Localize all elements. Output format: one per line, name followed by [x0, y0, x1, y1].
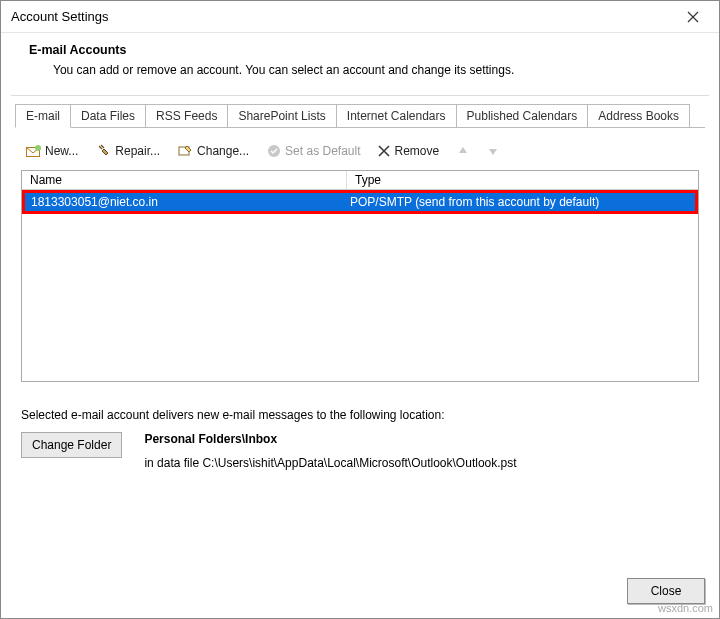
watermark: wsxdn.com [658, 602, 713, 614]
table-body: 1813303051@niet.co.in POP/SMTP (send fro… [22, 190, 698, 381]
repair-button[interactable]: Repair... [91, 140, 165, 162]
set-default-button: Set as Default [262, 140, 365, 162]
delivery-path: in data file C:\Users\ishit\AppData\Loca… [144, 456, 516, 470]
header: E-mail Accounts You can add or remove an… [1, 33, 719, 91]
arrow-down-icon [487, 145, 499, 157]
delivery-text: Selected e-mail account delivers new e-m… [21, 408, 699, 422]
button-label: Repair... [115, 144, 160, 158]
footer: Close [1, 570, 719, 618]
column-header-type[interactable]: Type [347, 171, 698, 189]
tab-label: RSS Feeds [156, 109, 217, 123]
header-heading: E-mail Accounts [29, 43, 703, 57]
tab-internet-calendars[interactable]: Internet Calendars [336, 104, 457, 128]
tab-rss-feeds[interactable]: RSS Feeds [145, 104, 228, 128]
tab-label: Address Books [598, 109, 679, 123]
header-subtext: You can add or remove an account. You ca… [53, 63, 703, 77]
tab-published-calendars[interactable]: Published Calendars [456, 104, 589, 128]
folder-info: Personal Folders\Inbox in data file C:\U… [144, 432, 516, 470]
check-circle-icon [267, 144, 281, 158]
move-down-button [482, 141, 504, 161]
account-settings-window: Account Settings E-mail Accounts You can… [0, 0, 720, 619]
arrow-up-icon [457, 145, 469, 157]
delivery-row: Change Folder Personal Folders\Inbox in … [21, 432, 699, 470]
window-title: Account Settings [11, 9, 673, 24]
tab-label: E-mail [26, 109, 60, 123]
remove-button[interactable]: Remove [373, 140, 444, 162]
tab-strip: E-mail Data Files RSS Feeds SharePoint L… [1, 104, 719, 128]
cell-name: 1813303051@niet.co.in [25, 193, 344, 211]
tab-label: Data Files [81, 109, 135, 123]
button-label: Remove [394, 144, 439, 158]
button-label: Set as Default [285, 144, 360, 158]
path-prefix: in data file [144, 456, 202, 470]
table-header: Name Type [22, 171, 698, 190]
window-close-button[interactable] [673, 3, 713, 31]
titlebar: Account Settings [1, 1, 719, 33]
tab-address-books[interactable]: Address Books [587, 104, 690, 128]
delivery-folder: Personal Folders\Inbox [144, 432, 516, 446]
repair-icon [96, 144, 111, 158]
tab-content: New... Repair... Change... Set as Defaul… [1, 128, 719, 570]
accounts-table: Name Type 1813303051@niet.co.in POP/SMTP… [21, 170, 699, 382]
cell-type: POP/SMTP (send from this account by defa… [344, 193, 695, 211]
tab-label: Internet Calendars [347, 109, 446, 123]
change-folder-button[interactable]: Change Folder [21, 432, 122, 458]
new-mail-icon [26, 145, 41, 158]
close-icon [687, 11, 699, 23]
remove-icon [378, 145, 390, 157]
change-icon [178, 144, 193, 158]
svg-point-1 [35, 145, 41, 151]
tab-label: Published Calendars [467, 109, 578, 123]
toolbar: New... Repair... Change... Set as Defaul… [21, 140, 699, 170]
change-button[interactable]: Change... [173, 140, 254, 162]
path-value: C:\Users\ishit\AppData\Local\Microsoft\O… [202, 456, 516, 470]
table-row[interactable]: 1813303051@niet.co.in POP/SMTP (send fro… [22, 190, 698, 214]
move-up-button [452, 141, 474, 161]
divider [11, 95, 709, 96]
tab-email[interactable]: E-mail [15, 104, 71, 128]
button-label: Change... [197, 144, 249, 158]
new-button[interactable]: New... [21, 140, 83, 162]
column-header-name[interactable]: Name [22, 171, 347, 189]
button-label: New... [45, 144, 78, 158]
close-button[interactable]: Close [627, 578, 705, 604]
tab-label: SharePoint Lists [238, 109, 325, 123]
tab-data-files[interactable]: Data Files [70, 104, 146, 128]
tab-sharepoint-lists[interactable]: SharePoint Lists [227, 104, 336, 128]
